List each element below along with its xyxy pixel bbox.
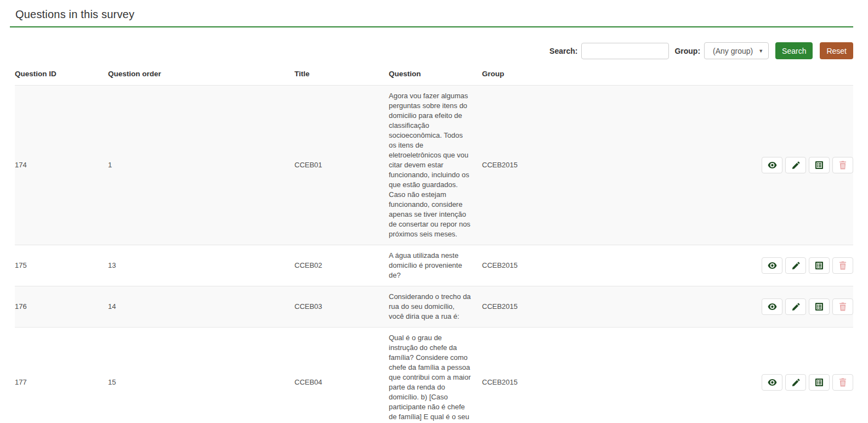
cell-question-id: 174	[15, 86, 108, 245]
table-row: 177 15 CCEB04 Qual é o grau de instrução…	[15, 328, 853, 423]
cell-question: Qual é o grau de instrução do chefe da f…	[389, 328, 482, 423]
questions-panel: Questions in this survey Search: Group: …	[0, 8, 868, 423]
list-summary-icon	[815, 378, 824, 387]
table-row: 176 14 CCEB03 Considerando o trecho da r…	[15, 286, 853, 328]
preview-question-button[interactable]	[762, 257, 782, 274]
cell-question-id: 175	[15, 245, 108, 286]
cell-title: CCEB04	[294, 328, 389, 423]
cell-group: CCEB2015	[482, 328, 759, 423]
table-row: 174 1 CCEB01 Agora vou fazer algumas per…	[15, 86, 853, 245]
list-summary-icon	[815, 261, 824, 270]
row-action-buttons	[759, 374, 853, 391]
eye-icon	[768, 161, 777, 169]
cell-question: Considerando o trecho da rua do seu domi…	[389, 286, 482, 328]
cell-actions	[759, 86, 853, 245]
cell-group: CCEB2015	[482, 86, 759, 245]
search-label: Search:	[549, 47, 577, 55]
table-row: 175 13 CCEB02 A água utilizada neste dom…	[15, 245, 853, 286]
list-summary-icon	[815, 161, 824, 170]
delete-question-button[interactable]	[832, 157, 853, 173]
cell-title: CCEB03	[294, 286, 389, 328]
edit-question-button[interactable]	[785, 157, 806, 173]
group-select-value: (Any group)	[713, 47, 753, 55]
row-action-buttons	[759, 257, 853, 274]
cell-question-order: 15	[108, 328, 294, 423]
cell-question: Agora vou fazer algumas perguntas sobre …	[389, 86, 482, 245]
cell-question-id: 177	[15, 328, 108, 423]
cell-title: CCEB01	[294, 86, 389, 245]
search-button[interactable]: Search	[775, 42, 813, 59]
question-summary-button[interactable]	[809, 257, 830, 274]
column-header-question-id: Question ID	[15, 64, 108, 86]
preview-question-button[interactable]	[762, 298, 782, 315]
list-summary-icon	[815, 302, 824, 311]
question-summary-button[interactable]	[809, 374, 830, 391]
cell-actions	[759, 286, 853, 328]
edit-question-button[interactable]	[785, 257, 806, 274]
group-select[interactable]: (Any group) ▼	[704, 42, 769, 59]
row-action-buttons	[759, 157, 853, 173]
edit-question-button[interactable]	[785, 374, 806, 391]
column-header-group: Group	[482, 64, 759, 86]
cell-question-order: 13	[108, 245, 294, 286]
column-header-question: Question	[389, 64, 482, 86]
cell-group: CCEB2015	[482, 245, 759, 286]
preview-question-button[interactable]	[762, 374, 782, 391]
delete-question-button[interactable]	[832, 298, 853, 315]
question-summary-button[interactable]	[809, 298, 830, 315]
cell-question-order: 1	[108, 86, 294, 245]
cell-actions	[759, 328, 853, 423]
group-label: Group:	[674, 47, 700, 55]
eye-icon	[768, 379, 777, 386]
column-header-question-order: Question order	[108, 64, 294, 86]
cell-title: CCEB02	[294, 245, 389, 286]
cell-question-order: 14	[108, 286, 294, 328]
preview-question-button[interactable]	[762, 157, 782, 173]
pencil-icon	[792, 161, 800, 170]
table-header-row: Question ID Question order Title Questio…	[15, 64, 853, 86]
delete-question-button[interactable]	[832, 374, 853, 391]
pencil-icon	[792, 303, 800, 311]
pencil-icon	[792, 379, 800, 387]
title-divider	[10, 26, 853, 27]
table-body: 174 1 CCEB01 Agora vou fazer algumas per…	[15, 86, 853, 423]
chevron-down-icon: ▼	[758, 48, 763, 54]
cell-question-id: 176	[15, 286, 108, 328]
column-header-actions	[759, 64, 853, 86]
reset-button[interactable]: Reset	[820, 42, 853, 59]
pencil-icon	[792, 262, 800, 270]
cell-actions	[759, 245, 853, 286]
table-toolbar: Search: Group: (Any group) ▼ Search Rese…	[15, 42, 853, 59]
question-summary-button[interactable]	[809, 157, 830, 173]
cell-group: CCEB2015	[482, 286, 759, 328]
questions-table: Question ID Question order Title Questio…	[15, 64, 853, 423]
trash-icon	[839, 378, 847, 387]
page-title: Questions in this survey	[15, 8, 853, 21]
eye-icon	[768, 303, 777, 311]
edit-question-button[interactable]	[785, 298, 806, 315]
cell-question: A água utilizada neste domicílio é prove…	[389, 245, 482, 286]
delete-question-button[interactable]	[832, 257, 853, 274]
eye-icon	[768, 262, 777, 269]
column-header-title: Title	[294, 64, 389, 86]
row-action-buttons	[759, 298, 853, 315]
trash-icon	[839, 302, 847, 311]
trash-icon	[839, 161, 847, 170]
trash-icon	[839, 261, 847, 270]
search-input[interactable]	[581, 43, 669, 59]
